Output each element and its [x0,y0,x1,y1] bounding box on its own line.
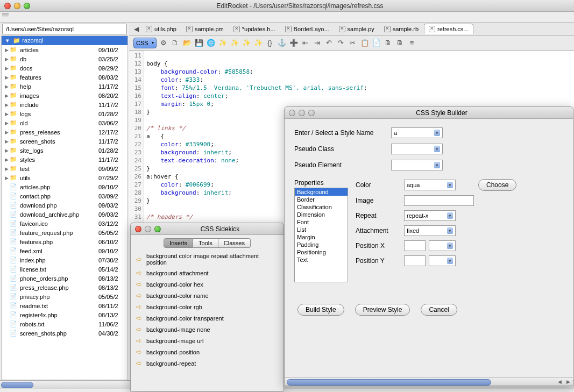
pseudo-class-combo[interactable] [391,144,443,154]
wand-icon[interactable]: ✨ [218,38,228,48]
disclosure-icon[interactable]: ▶ [4,139,9,144]
tree-folder[interactable]: ▶📁styles11/17/2 [2,155,127,164]
tool-icon[interactable]: ⚙ [159,38,168,48]
close-tab-icon[interactable]: ✕ [384,26,391,32]
tree-file[interactable]: 📄download.php09/03/2 [2,201,127,210]
editor-tab[interactable]: ✕BorderLayo... [281,24,334,34]
editor-tab[interactable]: ✕sample.pm [182,24,228,34]
disclosure-icon[interactable]: ▶ [4,66,9,71]
builder-close-button[interactable] [289,110,295,116]
sidekick-minimize-button[interactable] [145,226,151,232]
tree-folder[interactable]: ▶📁test09/09/2 [2,164,127,173]
close-tab-icon[interactable]: ✕ [429,26,435,32]
color-combo[interactable]: aqua [404,180,456,190]
sidekick-tab[interactable]: Classes [218,238,251,248]
editor-tab[interactable]: ✕sample.rb [380,24,423,34]
tree-folder[interactable]: ▶📁articles09/10/2 [2,45,127,54]
undo-icon[interactable]: ↶ [324,38,334,48]
disclosure-icon[interactable]: ▶ [4,157,9,162]
editor-tab[interactable]: ✕sample.py [335,24,379,34]
tree-file[interactable]: 📄screen_shots.php04/30/2 [2,329,127,338]
tabs-scroll-left[interactable]: ◀ [131,24,141,34]
disclosure-icon[interactable]: ▶ [4,148,9,153]
sidekick-tab[interactable]: Inserts [164,238,193,248]
new-file-icon[interactable]: 🗋 [171,38,180,48]
minimize-window-button[interactable] [14,3,20,9]
tree-folder[interactable]: ▶📁docs09/29/2 [2,63,127,73]
disclosure-icon[interactable]: ▶ [4,130,9,135]
sidekick-item[interactable]: ➪background-color hex [131,279,284,290]
open-file-icon[interactable]: 📂 [182,38,192,48]
anchor-icon[interactable]: ⚓ [277,38,287,48]
tree-root[interactable]: ▾ 📁 razorsql [2,36,127,45]
file-tree[interactable]: ▾ 📁 razorsql ▶📁articles09/10/2▶📁db03/25/… [1,35,128,380]
disclosure-icon[interactable]: ▶ [4,75,9,80]
disclosure-icon[interactable]: ▶ [4,84,9,89]
property-category[interactable]: Padding [295,241,348,248]
pseudo-element-combo[interactable] [391,160,443,170]
tree-file[interactable]: 📄feed.xml09/10/2 [2,246,127,255]
tree-folder[interactable]: ▶📁logs01/28/2 [2,109,127,118]
scroll-right-icon[interactable]: ▶ [564,379,572,385]
close-tab-icon[interactable]: ✕ [233,26,240,32]
property-category[interactable]: Positioning [295,248,348,256]
scroll-thumb[interactable] [1,382,33,388]
posy-input[interactable] [404,255,426,266]
tree-folder[interactable]: ▶📁screen_shots11/17/2 [2,137,127,146]
tree-file[interactable]: 📄robots.txt11/06/2 [2,319,127,329]
tree-file[interactable]: 📄phone_orders.php08/13/2 [2,274,127,283]
tree-folder[interactable]: ▶📁site_logs01/28/2 [2,146,127,155]
sidekick-zoom-button[interactable] [154,226,161,232]
properties-list[interactable]: BackgroundBorderClassificationDimensionF… [294,188,348,282]
tree-folder[interactable]: ▶📁press_releases12/17/2 [2,127,127,137]
editor-tab[interactable]: ✕utils.php [141,24,181,34]
cut-icon[interactable]: ✂ [348,38,358,48]
property-category[interactable]: Font [295,218,348,226]
sidekick-item[interactable]: ➪background color image repeat attachmen… [131,251,284,267]
tree-file[interactable]: 📄index.php07/30/2 [2,255,127,265]
builder-zoom-button[interactable] [308,110,315,116]
close-tab-icon[interactable]: ✕ [186,26,193,32]
toolbar-handle[interactable] [2,13,9,17]
property-category[interactable]: List [295,226,348,233]
property-category[interactable]: Border [295,196,348,203]
path-input[interactable] [2,24,127,34]
wand2-icon[interactable]: ✨ [230,38,239,48]
tree-folder[interactable]: ▶📁db03/25/2 [2,54,127,63]
repeat-combo[interactable]: repeat-x [404,210,456,221]
tree-folder[interactable]: ▶📁include11/17/2 [2,100,127,109]
wand4-icon[interactable]: ✨ [253,38,263,48]
editor-tab[interactable]: ✕*updates.h... [229,24,280,34]
preview-style-button[interactable]: Preview Style [355,304,410,316]
disclosure-icon[interactable]: ▶ [4,47,9,53]
sidekick-item[interactable]: ➪background-color transparent [131,312,284,324]
tree-file[interactable]: 📄license.txt05/14/2 [2,265,127,274]
sidekick-item[interactable]: ➪background-attachment [131,267,284,279]
choose-button[interactable]: Choose [478,179,516,191]
disclosure-icon[interactable]: ▶ [4,102,9,108]
tree-file[interactable]: 📄press_release.php08/13/2 [2,283,127,292]
globe-icon[interactable]: 🌐 [206,38,216,48]
save-icon[interactable]: 💾 [194,38,204,48]
tree-folder[interactable]: ▶📁old03/06/2 [2,118,127,127]
property-category[interactable]: Margin [295,233,348,241]
disclosure-icon[interactable]: ▶ [4,56,9,62]
braces-icon[interactable]: {} [265,38,275,48]
close-tab-icon[interactable]: ✕ [285,26,292,32]
close-window-button[interactable] [4,3,11,9]
close-tab-icon[interactable]: ✕ [146,26,152,32]
tree-file[interactable]: 📄articles.php09/10/2 [2,182,127,191]
attachment-combo[interactable]: fixed [404,225,456,236]
list-icon[interactable]: ≡ [407,38,417,48]
posy-unit-combo[interactable] [429,255,456,266]
property-category[interactable]: Background [295,188,348,196]
copy-icon[interactable]: 📋 [360,38,370,48]
tree-file[interactable]: 📄register4x.php08/13/2 [2,310,127,319]
zoom-window-button[interactable] [24,3,30,9]
tree-file[interactable]: 📄favicon.ico03/12/2 [2,219,127,228]
tree-folder[interactable]: ▶📁images08/20/2 [2,91,127,100]
posx-input[interactable] [404,240,426,251]
doc2-icon[interactable]: 🗎 [395,38,405,48]
tree-folder[interactable]: ▶📁help11/17/2 [2,82,127,91]
disclosure-icon[interactable]: ▶ [4,111,9,117]
